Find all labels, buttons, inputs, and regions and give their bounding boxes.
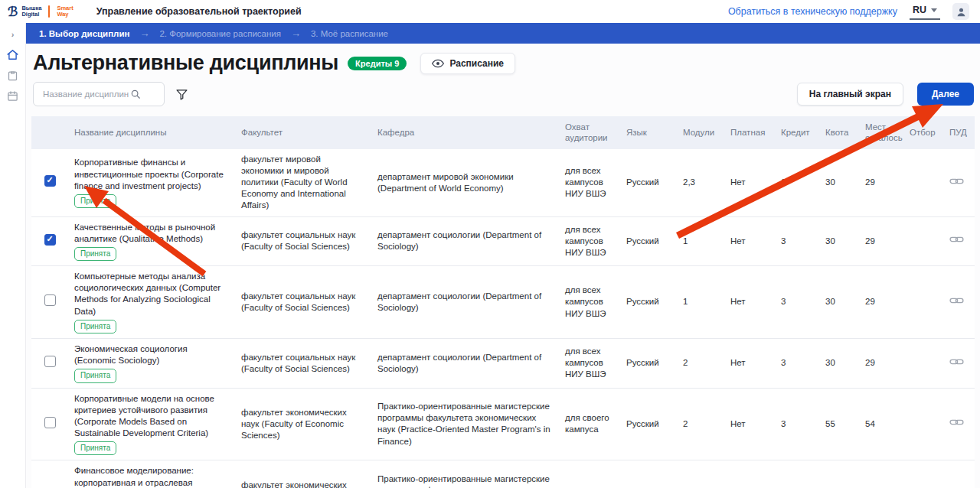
seats-left-cell: 54 [859,388,903,460]
schedule-button[interactable]: Расписание [420,53,515,74]
column-header-credit: Кредит [775,116,819,149]
pud-link-icon[interactable] [949,176,964,190]
step-1-select-disciplines[interactable]: 1. Выбор дисциплин [39,29,129,38]
next-button[interactable]: Далее [917,83,974,106]
quota-cell: 30 [819,216,859,266]
discipline-search[interactable] [33,82,165,106]
discipline-name: Финансовое моделирование: корпоративная … [74,465,229,488]
step-3-my-schedule[interactable]: 3. Моё расписание [311,29,388,38]
search-icon [130,89,141,99]
modules-cell: 2 [677,339,724,389]
seats-left-cell: 29 [859,339,903,389]
column-header-modules: Модули [677,116,724,149]
department-cell: департамент социологии (Department of So… [371,216,559,266]
quota-cell: 30 [819,266,859,339]
column-header-language: Язык [620,116,677,149]
audience-cell: для всех кампусов НИУ ВШЭ [559,339,620,389]
search-input[interactable] [41,89,130,99]
row-checkbox[interactable] [44,294,56,306]
language-selector[interactable]: RU [910,3,940,20]
modules-cell: 1 [677,216,724,266]
audience-cell: для всех кампусов НИУ ВШЭ [559,266,620,339]
seats-left-cell: 29 [859,216,903,266]
user-avatar[interactable] [952,3,969,20]
column-header-audience: Охват аудитории [559,116,620,149]
column-header-selection: Отбор [903,116,943,149]
person-icon [956,6,967,18]
disciplines-table: Название дисциплины Факультет Кафедра Ох… [31,116,975,488]
credit-cell: 3 [775,388,819,460]
table-row[interactable]: Качественные методы в рыночной аналитике… [31,216,975,266]
sidebar-item-home[interactable] [6,48,19,61]
table-row[interactable]: Корпоративные модели на основе критериев… [31,388,975,460]
paid-cell: Нет [724,149,775,216]
arrow-right-icon: → [139,28,149,39]
table-header-row: Название дисциплины Факультет Кафедра Ох… [31,116,975,149]
column-header-faculty: Факультет [235,116,371,149]
sidebar-expand-chevron-icon[interactable]: › [6,28,19,41]
app-title: Управление образовательной траекторией [96,6,302,17]
pud-link-icon[interactable] [949,417,964,431]
language-cell: Русский [620,460,677,488]
selection-cell [903,266,943,339]
table-row[interactable]: Экономическая социология (Economic Socio… [31,339,975,389]
sidebar-item-disciplines[interactable] [6,69,19,82]
link-icon [949,356,964,367]
audience-cell: для своего кампуса [559,388,620,460]
step-2-build-schedule[interactable]: 2. Формирование расписания [159,29,281,38]
modules-cell: 2 [677,388,724,460]
status-badge: Принята [74,320,116,333]
pud-link-icon[interactable] [949,356,964,370]
arrow-right-icon: → [291,28,301,39]
column-header-pud: ПУД [943,116,975,149]
sidebar-item-calendar[interactable] [6,89,19,102]
table-row[interactable]: Финансовое моделирование: корпоративная … [31,460,975,488]
row-checkbox[interactable] [44,356,56,367]
link-icon [949,295,964,306]
pud-link-icon[interactable] [949,295,964,309]
faculty-cell: факультет экономических наук (Faculty of… [235,388,371,460]
home-icon [6,48,19,61]
support-link[interactable]: Обратиться в техническую поддержку [728,6,897,17]
modules-cell: 2,3 [677,149,724,216]
audience-cell: для всех кампусов НИУ ВШЭ [559,149,620,216]
department-cell: Практико-ориентированные магистерские пр… [371,388,559,460]
column-header-name: Название дисциплины [68,116,235,149]
logo-divider [48,5,50,18]
top-header: ℬ ВышкаDigital SmartWay Управление образ… [0,0,980,23]
department-cell: департамент мировой экономики (Departmen… [371,149,559,216]
filter-button[interactable] [175,88,188,101]
breadcrumb-stepper: 1. Выбор дисциплин → 2. Формирование рас… [25,23,980,44]
credit-cell: 3 [775,266,819,339]
filter-funnel-icon [175,88,188,101]
chevron-down-icon [931,8,937,12]
table-row[interactable]: Корпоративные финансы и инвестиционные п… [31,149,975,216]
page-title: Альтернативные дисциплины [33,51,338,75]
row-checkbox[interactable] [44,234,56,246]
language-cell: Русский [620,266,677,339]
paid-cell: Нет [724,339,775,389]
quota-cell: 30 [819,339,859,389]
table-row[interactable]: Компьютерные методы анализа социологичес… [31,266,975,339]
discipline-name: Компьютерные методы анализа социологичес… [74,271,229,317]
pud-link-icon[interactable] [949,234,964,248]
column-header-paid: Платная [724,116,775,149]
eye-icon [432,59,444,68]
main-content: Альтернативные дисциплины Кредиты 9 Расп… [25,44,980,488]
hse-logo-icon: ℬ [8,5,18,18]
paid-cell: Нет [724,388,775,460]
credit-cell: 3 [775,339,819,389]
left-sidebar: › [0,23,26,488]
modules-cell: 1 [677,266,724,339]
quota-cell: 55 [819,460,859,488]
status-badge: Принята [74,247,116,261]
home-screen-button[interactable]: На главный экран [797,83,903,106]
language-cell: Русский [620,149,677,216]
discipline-name: Корпоративные финансы и инвестиционные п… [74,157,229,192]
discipline-name: Экономическая социология (Economic Socio… [74,343,229,366]
link-icon [949,176,964,187]
row-checkbox[interactable] [44,175,56,187]
paid-cell: Нет [724,216,775,266]
language-cell: Русский [620,388,677,460]
row-checkbox[interactable] [44,417,56,428]
